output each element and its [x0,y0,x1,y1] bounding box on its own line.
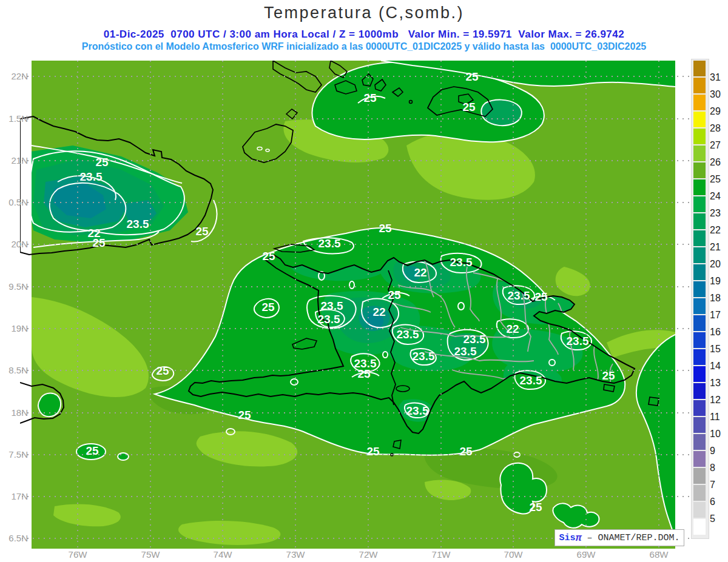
contour-label: 23.5 [463,333,486,346]
contour-label: 25 [261,301,274,314]
y-axis-label: 18N [1,407,28,418]
contour-label: 23.5 [567,335,589,348]
colorbar-block [693,502,706,518]
contour-label: 25 [92,236,105,250]
colorbar-tick-label: 5 [710,513,728,524]
colorbar-block [693,78,706,93]
colorbar-block [693,383,706,399]
contour-label: 23.5 [127,218,149,231]
y-axis-label: 19N [1,323,28,333]
colorbar-block [693,247,706,263]
contour-label: 25 [156,364,169,378]
y-axis-label: 17N [1,491,28,501]
x-axis-label: 72W [350,549,386,560]
weather-map-page: Temperatura (C,somb.) 01-Dic-2025 0700 U… [0,0,728,562]
contour-label: 23.5 [318,313,340,326]
contour-label: 22 [414,266,426,279]
colorbar-block [693,162,706,178]
contour-label: 25 [95,156,108,169]
contour-label: 25 [379,222,391,235]
colorbar-tick-label: 6 [710,497,728,507]
y-axis-label: 21N [1,155,28,166]
colorbar-tick-label: 9 [710,446,728,457]
colorbar-tick-label: 29 [710,106,728,117]
colorbar-tick-label: 8 [710,463,728,473]
contour-label: 25 [238,409,251,422]
y-axis-label: 1.5N [1,113,28,124]
colorbar-block [693,196,706,212]
colorbar-tick-label: 30 [710,89,728,100]
x-axis-label: 76W [59,549,96,560]
colorbar-block [693,468,706,484]
colorbar-block [693,179,706,195]
x-axis-label: 74W [204,549,241,560]
colorbar-tick-label: 7 [710,480,728,490]
y-axis-label: 7.5N [1,449,28,460]
contour-label: 23.5 [413,350,435,363]
contour-label: 25 [388,289,400,302]
colorbar-tick-label: 28 [710,123,728,134]
colorbar-tick-label: 14 [710,361,728,372]
colorbar-tick-label: 12 [710,395,728,406]
colorbar-block [693,417,706,433]
colorbar-block [693,485,706,501]
y-axis-label: 8.5N [1,365,28,375]
contour-label: 23.5 [406,404,429,418]
colorbar-block [693,146,706,161]
colorbar-block [693,61,706,76]
contour-label: 25 [534,290,547,304]
colorbar-block [693,230,706,246]
y-axis-label: 20N [1,239,28,249]
contour-label: 23.5 [520,374,542,387]
y-axis-label: 9.5N [1,281,28,292]
x-axis-label: 70W [495,549,531,560]
colorbar-tick-label: 26 [710,157,728,168]
colorbar-tick-label: 13 [710,378,728,389]
colorbar-tick-label: 15 [710,344,728,355]
colorbar-tick-label: 23 [710,208,728,219]
temperature-shading [27,61,675,549]
y-axis-label: 22N [1,71,28,81]
x-axis-label: 71W [423,549,459,560]
colorbar-tick-label: 21 [710,242,728,253]
contour-label: 23.5 [80,170,103,184]
x-axis-label: 73W [277,549,314,560]
colorbar-block [693,434,706,450]
y-axis-label: 6.5N [1,533,28,543]
contour-label: 25 [363,92,376,105]
colorbar-block [693,519,706,535]
contour-label: 25 [366,445,379,458]
colorbar-block [693,213,706,229]
colorbar-tick-label: 11 [710,412,728,423]
contour-label: 23.5 [321,299,343,313]
contour-label: 25 [195,225,208,238]
contour-label: 25 [462,101,475,114]
contour-label: 23.5 [454,345,477,358]
x-axis-label: 75W [132,549,169,560]
colorbar-tick-label: 20 [710,259,728,270]
map-canvas [0,0,728,562]
contour-label: 25 [602,369,615,383]
contour-label: 25 [459,445,472,458]
colorbar-block [693,332,706,348]
colorbar-block [693,451,706,467]
colorbar-block [693,112,706,127]
colorbar-block [693,400,706,416]
colorbar-tick-label: 10 [710,429,728,440]
contour-label: 25 [529,501,542,514]
colorbar-block [693,95,706,110]
colorbar-block [693,349,706,365]
contour-label: 22 [372,306,385,319]
contour-label: 23.5 [318,237,341,250]
x-axis-label: 69W [568,549,604,560]
colorbar-block [693,264,706,280]
colorbar-block [693,129,706,144]
contour-label: 23.5 [508,289,530,303]
colorbar-block [693,366,706,382]
colorbar-block [693,281,706,297]
contour-label: 25 [465,70,478,84]
x-axis-label: 68W [641,549,677,560]
contour-label: 25 [262,250,275,263]
contour-label: 25 [357,367,370,381]
contour-label: 23.5 [450,256,473,269]
